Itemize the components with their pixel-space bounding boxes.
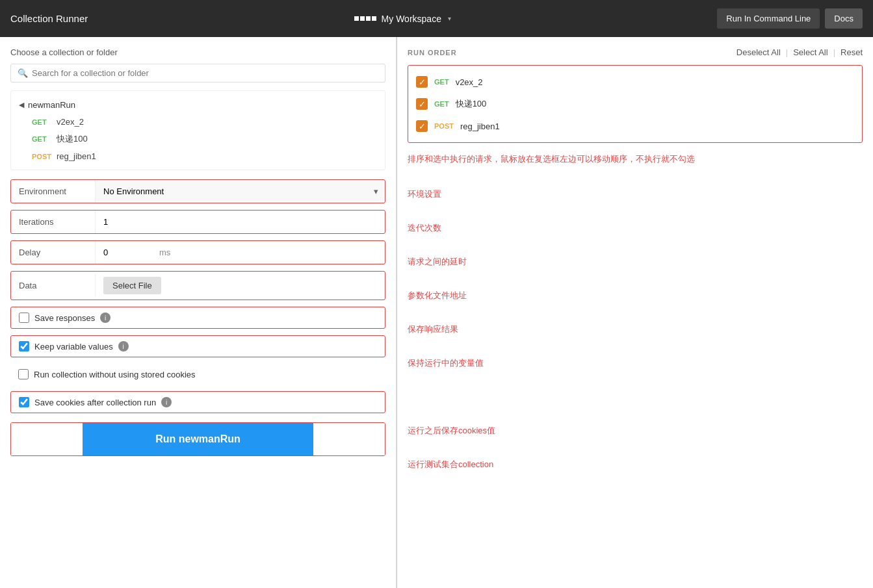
env-select-wrap: No Environment ▾	[96, 181, 385, 201]
iterations-input[interactable]	[103, 217, 155, 227]
run-without-cookies-label: Run collection without using stored cook…	[34, 370, 196, 379]
search-input[interactable]	[32, 68, 378, 78]
data-label: Data	[11, 274, 96, 297]
method-get-label: GET	[32, 135, 51, 143]
info-icon[interactable]: i	[100, 313, 111, 323]
annotation-text: 迭代次数	[408, 222, 441, 234]
annotation-run: 运行测试集合collection	[408, 451, 863, 478]
search-icon: 🔍	[18, 68, 28, 78]
delay-unit: ms	[159, 248, 170, 257]
item-name-2: 快递100	[456, 98, 487, 110]
list-item[interactable]: GET v2ex_2	[11, 114, 385, 130]
collection-name: newmanRun	[28, 100, 75, 110]
run-row: Run newmanRun	[10, 422, 385, 456]
run-side-right	[313, 423, 385, 455]
annotation-text: 保持运行中的变量值	[408, 357, 484, 369]
annotation-save-resp: 保存响应结果	[408, 316, 863, 343]
workspace-grid-icon	[354, 16, 376, 21]
deselect-all-button[interactable]: Deselect All	[736, 47, 781, 57]
list-item[interactable]: POST reg_jiben1	[11, 148, 385, 164]
iterations-label: Iterations	[11, 211, 96, 233]
checkbox-item-1[interactable]: ✓	[416, 76, 428, 88]
chevron-down-icon[interactable]: ▾	[448, 15, 451, 22]
save-cookies-label: Save cookies after collection run	[34, 398, 156, 407]
delay-input[interactable]	[103, 248, 155, 257]
keep-variable-checkbox[interactable]	[19, 341, 29, 352]
search-box: 🔍	[10, 64, 385, 83]
left-panel: Choose a collection or folder 🔍 ◀ newman…	[0, 37, 397, 588]
tree-arrow-icon: ◀	[19, 101, 24, 109]
run-without-cookies-checkbox[interactable]	[18, 369, 29, 379]
run-command-line-button[interactable]: Run In Command Line	[717, 8, 820, 29]
annotation-text: 保存响应结果	[408, 324, 458, 335]
collection-parent[interactable]: ◀ newmanRun	[11, 96, 385, 114]
main-content: Choose a collection or folder 🔍 ◀ newman…	[0, 37, 873, 588]
method-get-2: GET	[434, 100, 449, 108]
select-file-button[interactable]: Select File	[103, 277, 161, 294]
annotation-text: 环境设置	[408, 188, 441, 200]
save-responses-label: Save responses	[34, 313, 95, 323]
run-order-actions: Deselect All | Select All | Reset	[736, 47, 863, 57]
right-panel: RUN ORDER Deselect All | Select All | Re…	[397, 37, 873, 588]
env-select[interactable]: No Environment	[96, 181, 385, 201]
item-name: v2ex_2	[57, 117, 84, 127]
run-order-box: ✓ GET v2ex_2 ✓ GET 快递100 ✓ POST reg_jibe…	[408, 65, 863, 143]
checkbox-item-2[interactable]: ✓	[416, 98, 428, 110]
header-right: Run In Command Line Docs	[717, 8, 863, 29]
separator: |	[786, 47, 788, 57]
run-order-item: ✓ GET v2ex_2	[416, 71, 854, 93]
annotation-empty	[408, 383, 863, 411]
annotation-delay: 请求之间的延时	[408, 248, 863, 275]
save-responses-row: Save responses i	[10, 307, 385, 329]
run-order-label: RUN ORDER	[408, 49, 457, 57]
annotations-container: 环境设置 迭代次数 请求之间的延时 参数化文件地址 保存响应结果 保持运行中的变…	[408, 181, 863, 478]
annotation-text: 运行测试集合collection	[408, 459, 493, 470]
docs-button[interactable]: Docs	[825, 8, 863, 29]
annotation-data: 参数化文件地址	[408, 282, 863, 309]
delay-row: Delay ms	[10, 240, 385, 264]
method-post-label: POST	[32, 153, 51, 160]
header-left: Collection Runner	[10, 13, 88, 24]
run-side-left	[11, 423, 83, 455]
run-button[interactable]: Run newmanRun	[83, 423, 313, 455]
save-cookies-row: Save cookies after collection run i	[10, 391, 385, 413]
run-order-item: ✓ GET 快递100	[416, 93, 854, 115]
info-icon-3[interactable]: i	[161, 397, 172, 407]
run-order-hint: 排序和选中执行的请求，鼠标放在复选框左边可以移动顺序，不执行就不勾选	[408, 152, 863, 166]
select-all-button[interactable]: Select All	[793, 47, 827, 57]
annotation-text: 运行之后保存cookies值	[408, 425, 495, 437]
choose-label: Choose a collection or folder	[10, 47, 385, 57]
info-icon-2[interactable]: i	[118, 341, 129, 352]
delay-value-wrap: ms	[96, 242, 385, 262]
item-name: 快递100	[57, 133, 88, 145]
run-without-cookies-row: Run collection without using stored cook…	[10, 364, 385, 385]
annotation-text: 参数化文件地址	[408, 290, 467, 301]
reset-button[interactable]: Reset	[840, 47, 863, 57]
item-name: reg_jiben1	[57, 151, 96, 161]
checkbox-item-3[interactable]: ✓	[416, 120, 428, 132]
delay-label: Delay	[11, 241, 96, 264]
iterations-value-wrap	[96, 212, 385, 232]
method-get-1: GET	[434, 78, 449, 86]
save-cookies-checkbox[interactable]	[19, 397, 29, 407]
item-name-3: reg_jiben1	[460, 121, 500, 131]
annotation-keep-var: 保持运行中的变量值	[408, 350, 863, 377]
app-title: Collection Runner	[10, 13, 88, 24]
data-row: Data Select File	[10, 271, 385, 300]
item-name-1: v2ex_2	[456, 77, 483, 87]
environment-row: Environment No Environment ▾	[10, 179, 385, 203]
list-item[interactable]: GET 快递100	[11, 130, 385, 148]
run-order-header: RUN ORDER Deselect All | Select All | Re…	[408, 47, 863, 57]
method-get-label: GET	[32, 118, 51, 126]
run-order-item: ✓ POST reg_jiben1	[416, 115, 854, 137]
data-value-wrap: Select File	[96, 272, 385, 300]
header: Collection Runner My Workspace ▾ Run In …	[0, 0, 873, 37]
env-label: Environment	[11, 180, 96, 203]
header-center: My Workspace ▾	[354, 14, 451, 24]
method-post-1: POST	[434, 122, 454, 130]
save-responses-checkbox[interactable]	[19, 313, 29, 323]
collection-tree: ◀ newmanRun GET v2ex_2 GET 快递100 POST re…	[10, 90, 385, 170]
chevron-down-icon: ▾	[374, 186, 378, 196]
separator-2: |	[833, 47, 835, 57]
annotation-env: 环境设置	[408, 181, 863, 208]
